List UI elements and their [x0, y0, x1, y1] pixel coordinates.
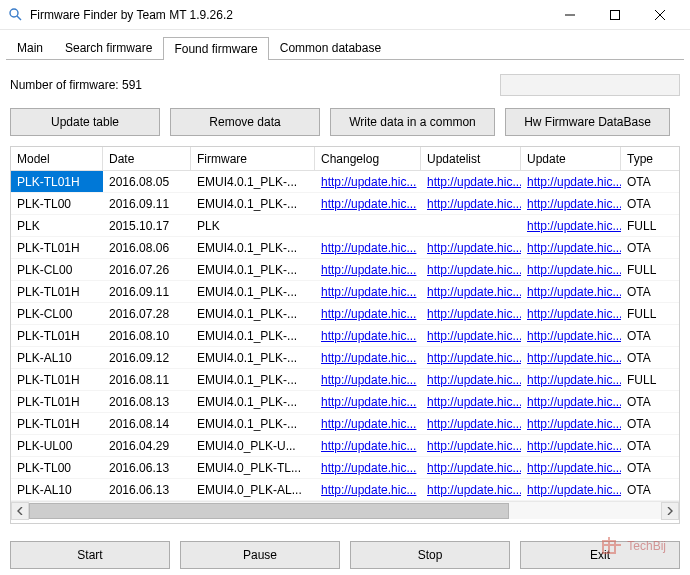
- cell-update[interactable]: http://update.hic...: [521, 259, 621, 280]
- tab-common-database[interactable]: Common database: [269, 36, 392, 59]
- col-header-firmware[interactable]: Firmware: [191, 147, 315, 170]
- close-button[interactable]: [637, 0, 682, 30]
- table-row[interactable]: PLK-TL002016.09.11EMUI4.0.1_PLK-...http:…: [11, 193, 679, 215]
- cell-changelog-link[interactable]: http://update.hic...: [321, 439, 416, 453]
- cell-changelog-link[interactable]: http://update.hic...: [321, 483, 416, 497]
- exit-button[interactable]: Exit: [520, 541, 680, 569]
- cell-update[interactable]: http://update.hic...: [521, 237, 621, 258]
- col-header-updatelist[interactable]: Updatelist: [421, 147, 521, 170]
- cell-updatelist-link[interactable]: http://update.hic...: [427, 461, 521, 475]
- pause-button[interactable]: Pause: [180, 541, 340, 569]
- cell-changelog-link[interactable]: http://update.hic...: [321, 329, 416, 343]
- minimize-button[interactable]: [547, 0, 592, 30]
- cell-updatelist-link[interactable]: http://update.hic...: [427, 329, 521, 343]
- cell-update[interactable]: http://update.hic...: [521, 215, 621, 236]
- cell-update-link[interactable]: http://update.hic...: [527, 461, 621, 475]
- scrollbar-track[interactable]: [29, 502, 661, 520]
- cell-changelog-link[interactable]: http://update.hic...: [321, 175, 416, 189]
- cell-updatelist[interactable]: http://update.hic...: [421, 325, 521, 346]
- cell-updatelist[interactable]: http://update.hic...: [421, 369, 521, 390]
- table-row[interactable]: PLK-TL002016.06.13EMUI4.0_PLK-TL...http:…: [11, 457, 679, 479]
- table-row[interactable]: PLK-CL002016.07.28EMUI4.0.1_PLK-...http:…: [11, 303, 679, 325]
- cell-updatelist-link[interactable]: http://update.hic...: [427, 197, 521, 211]
- cell-update-link[interactable]: http://update.hic...: [527, 373, 621, 387]
- cell-updatelist-link[interactable]: http://update.hic...: [427, 241, 521, 255]
- cell-updatelist[interactable]: http://update.hic...: [421, 171, 521, 192]
- cell-changelog[interactable]: http://update.hic...: [315, 391, 421, 412]
- col-header-changelog[interactable]: Changelog: [315, 147, 421, 170]
- cell-changelog-link[interactable]: http://update.hic...: [321, 307, 416, 321]
- cell-update[interactable]: http://update.hic...: [521, 435, 621, 456]
- table-row[interactable]: PLK-TL01H2016.08.05EMUI4.0.1_PLK-...http…: [11, 171, 679, 193]
- table-row[interactable]: PLK-TL01H2016.08.11EMUI4.0.1_PLK-...http…: [11, 369, 679, 391]
- cell-update-link[interactable]: http://update.hic...: [527, 219, 621, 233]
- write-common-button[interactable]: Write data in a common: [330, 108, 495, 136]
- cell-changelog-link[interactable]: http://update.hic...: [321, 285, 416, 299]
- cell-changelog-link[interactable]: http://update.hic...: [321, 395, 416, 409]
- cell-changelog[interactable]: http://update.hic...: [315, 303, 421, 324]
- cell-changelog-link[interactable]: http://update.hic...: [321, 461, 416, 475]
- table-row[interactable]: PLK-UL002016.04.29EMUI4.0_PLK-U...http:/…: [11, 435, 679, 457]
- cell-updatelist[interactable]: http://update.hic...: [421, 237, 521, 258]
- cell-updatelist[interactable]: http://update.hic...: [421, 303, 521, 324]
- cell-changelog[interactable]: http://update.hic...: [315, 435, 421, 456]
- cell-updatelist[interactable]: http://update.hic...: [421, 435, 521, 456]
- cell-updatelist-link[interactable]: http://update.hic...: [427, 351, 521, 365]
- cell-updatelist-link[interactable]: http://update.hic...: [427, 307, 521, 321]
- cell-updatelist[interactable]: http://update.hic...: [421, 479, 521, 500]
- cell-update-link[interactable]: http://update.hic...: [527, 483, 621, 497]
- cell-update-link[interactable]: http://update.hic...: [527, 263, 621, 277]
- scroll-left-arrow[interactable]: [11, 502, 29, 520]
- cell-changelog[interactable]: http://update.hic...: [315, 193, 421, 214]
- col-header-date[interactable]: Date: [103, 147, 191, 170]
- table-row[interactable]: PLK-AL102016.06.13EMUI4.0_PLK-AL...http:…: [11, 479, 679, 501]
- cell-updatelist[interactable]: http://update.hic...: [421, 259, 521, 280]
- cell-update[interactable]: http://update.hic...: [521, 391, 621, 412]
- col-header-type[interactable]: Type: [621, 147, 671, 170]
- cell-update-link[interactable]: http://update.hic...: [527, 285, 621, 299]
- hw-firmware-db-button[interactable]: Hw Firmware DataBase: [505, 108, 670, 136]
- cell-changelog[interactable]: http://update.hic...: [315, 457, 421, 478]
- cell-changelog-link[interactable]: http://update.hic...: [321, 241, 416, 255]
- cell-update[interactable]: http://update.hic...: [521, 193, 621, 214]
- remove-data-button[interactable]: Remove data: [170, 108, 320, 136]
- cell-updatelist[interactable]: http://update.hic...: [421, 457, 521, 478]
- cell-changelog[interactable]: http://update.hic...: [315, 259, 421, 280]
- cell-update[interactable]: http://update.hic...: [521, 171, 621, 192]
- cell-update[interactable]: http://update.hic...: [521, 479, 621, 500]
- cell-updatelist[interactable]: http://update.hic...: [421, 347, 521, 368]
- cell-update[interactable]: http://update.hic...: [521, 457, 621, 478]
- cell-changelog-link[interactable]: http://update.hic...: [321, 373, 416, 387]
- cell-update-link[interactable]: http://update.hic...: [527, 417, 621, 431]
- cell-changelog[interactable]: http://update.hic...: [315, 413, 421, 434]
- cell-update-link[interactable]: http://update.hic...: [527, 351, 621, 365]
- cell-updatelist-link[interactable]: http://update.hic...: [427, 483, 521, 497]
- cell-update-link[interactable]: http://update.hic...: [527, 197, 621, 211]
- cell-update-link[interactable]: http://update.hic...: [527, 175, 621, 189]
- cell-update-link[interactable]: http://update.hic...: [527, 439, 621, 453]
- cell-updatelist-link[interactable]: http://update.hic...: [427, 285, 521, 299]
- cell-update-link[interactable]: http://update.hic...: [527, 395, 621, 409]
- cell-updatelist-link[interactable]: http://update.hic...: [427, 373, 521, 387]
- tab-found-firmware[interactable]: Found firmware: [163, 37, 268, 60]
- scroll-right-arrow[interactable]: [661, 502, 679, 520]
- table-row[interactable]: PLK-TL01H2016.09.11EMUI4.0.1_PLK-...http…: [11, 281, 679, 303]
- cell-update-link[interactable]: http://update.hic...: [527, 241, 621, 255]
- cell-updatelist[interactable]: http://update.hic...: [421, 281, 521, 302]
- table-row[interactable]: PLK-TL01H2016.08.10EMUI4.0.1_PLK-...http…: [11, 325, 679, 347]
- table-row[interactable]: PLK-TL01H2016.08.14EMUI4.0.1_PLK-...http…: [11, 413, 679, 435]
- tab-main[interactable]: Main: [6, 36, 54, 59]
- cell-changelog-link[interactable]: http://update.hic...: [321, 263, 416, 277]
- col-header-update[interactable]: Update: [521, 147, 621, 170]
- table-row[interactable]: PLK-TL01H2016.08.06EMUI4.0.1_PLK-...http…: [11, 237, 679, 259]
- cell-changelog[interactable]: http://update.hic...: [315, 171, 421, 192]
- table-row[interactable]: PLK-AL102016.09.12EMUI4.0.1_PLK-...http:…: [11, 347, 679, 369]
- scrollbar-thumb[interactable]: [29, 503, 509, 519]
- table-row[interactable]: PLK-TL01H2016.08.13EMUI4.0.1_PLK-...http…: [11, 391, 679, 413]
- cell-updatelist[interactable]: http://update.hic...: [421, 413, 521, 434]
- cell-changelog[interactable]: http://update.hic...: [315, 325, 421, 346]
- horizontal-scrollbar[interactable]: [11, 501, 679, 519]
- cell-changelog[interactable]: http://update.hic...: [315, 347, 421, 368]
- cell-update[interactable]: http://update.hic...: [521, 325, 621, 346]
- cell-changelog-link[interactable]: http://update.hic...: [321, 351, 416, 365]
